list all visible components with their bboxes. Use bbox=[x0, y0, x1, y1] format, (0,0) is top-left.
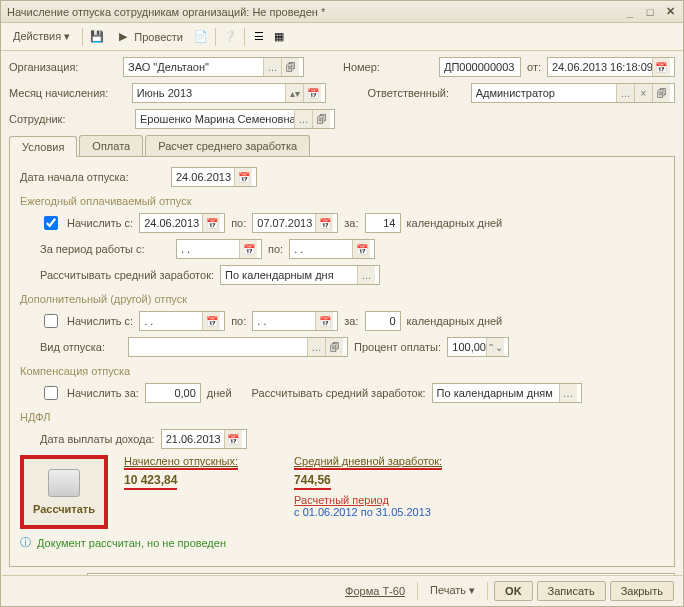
pay-pct-field[interactable]: 100,00⌃⌄ bbox=[447, 337, 509, 357]
close-button[interactable]: ✕ bbox=[663, 5, 677, 19]
close-button-footer[interactable]: Закрыть bbox=[610, 581, 674, 601]
spinner-icon[interactable]: ⌃⌄ bbox=[486, 338, 504, 356]
num-label: Номер: bbox=[343, 61, 433, 73]
leave-type-field[interactable]: …🗐 bbox=[128, 337, 348, 357]
tab-avg-calc[interactable]: Расчет среднего заработка bbox=[145, 135, 310, 156]
ellipsis-icon[interactable]: … bbox=[357, 266, 375, 284]
work-to-field[interactable]: . .📅 bbox=[289, 239, 375, 259]
save-button[interactable]: Записать bbox=[537, 581, 606, 601]
org-field[interactable]: ЗАО "Дельтаон" … 🗐 bbox=[123, 57, 304, 77]
calendar-icon[interactable]: 📅 bbox=[315, 214, 333, 232]
actions-menu[interactable]: Действия ▾ bbox=[7, 28, 76, 45]
pay-date-field[interactable]: 21.06.2013📅 bbox=[161, 429, 247, 449]
tabs: Условия Оплата Расчет среднего заработка bbox=[9, 135, 675, 157]
days-field[interactable]: 14 bbox=[365, 213, 401, 233]
extra-accrue-checkbox[interactable] bbox=[44, 314, 58, 328]
clear-icon[interactable]: × bbox=[634, 84, 652, 102]
accrue-from-label: Начислить с: bbox=[67, 217, 133, 229]
ok-button[interactable]: OK bbox=[494, 581, 533, 601]
run-label: Провести bbox=[134, 31, 183, 43]
accrue-checkbox[interactable] bbox=[44, 216, 58, 230]
tab-payment[interactable]: Оплата bbox=[79, 135, 143, 156]
resp-field[interactable]: Администратор … × 🗐 bbox=[471, 83, 675, 103]
list-icon[interactable]: ☰ bbox=[251, 29, 267, 45]
extra-section-title: Дополнительный (другой) отпуск bbox=[20, 293, 664, 305]
start-date-label: Дата начала отпуска: bbox=[20, 171, 165, 183]
titlebar: Начисление отпуска сотрудникам организац… bbox=[1, 1, 683, 23]
leave-type-label: Вид отпуска: bbox=[40, 341, 122, 353]
period-label[interactable]: Расчетный период bbox=[294, 494, 389, 506]
for-label: за: bbox=[344, 217, 358, 229]
minimize-button[interactable]: _ bbox=[623, 5, 637, 19]
open-icon[interactable]: 🗐 bbox=[325, 338, 343, 356]
avg-day-value: 744,56 bbox=[294, 473, 331, 487]
start-date-field[interactable]: 24.06.2013 📅 bbox=[171, 167, 257, 187]
comp-avg-label: Рассчитывать средний заработок: bbox=[252, 387, 426, 399]
extra-to-field[interactable]: . .📅 bbox=[252, 311, 338, 331]
grid-icon[interactable]: ▦ bbox=[271, 29, 287, 45]
help-icon[interactable]: ❔ bbox=[222, 29, 238, 45]
status-text: Документ рассчитан, но не проведен bbox=[37, 537, 226, 549]
comp-mode-field[interactable]: По календарным дням… bbox=[432, 383, 582, 403]
accrued-value: 10 423,84 bbox=[124, 473, 177, 487]
org-label: Организация: bbox=[9, 61, 117, 73]
footer: Форма Т-60 Печать ▾ OK Записать Закрыть bbox=[2, 575, 682, 605]
run-button[interactable]: ▶ Провести bbox=[109, 27, 189, 47]
emp-field[interactable]: Ерошенко Марина Семеновна … 🗐 bbox=[135, 109, 335, 129]
accrue-to-field[interactable]: 07.07.2013📅 bbox=[252, 213, 338, 233]
calendar-icon[interactable]: 📅 bbox=[315, 312, 333, 330]
period-value[interactable]: с 01.06.2012 по 31.05.2013 bbox=[294, 506, 431, 518]
work-from-field[interactable]: . .📅 bbox=[176, 239, 262, 259]
form-t60-link[interactable]: Форма Т-60 bbox=[339, 585, 411, 597]
chevron-up-down-icon[interactable]: ▴▾ bbox=[285, 84, 303, 102]
from-label: от: bbox=[527, 61, 541, 73]
ellipsis-icon[interactable]: … bbox=[559, 384, 577, 402]
calendar-icon[interactable]: 📅 bbox=[239, 240, 257, 258]
avg-mode-field[interactable]: По календарным дня… bbox=[220, 265, 380, 285]
calendar-icon[interactable]: 📅 bbox=[652, 58, 670, 76]
comp-checkbox[interactable] bbox=[44, 386, 58, 400]
calendar-icon[interactable]: 📅 bbox=[352, 240, 370, 258]
maximize-button[interactable]: □ bbox=[643, 5, 657, 19]
run-icon: ▶ bbox=[115, 29, 131, 45]
open-icon[interactable]: 🗐 bbox=[652, 84, 670, 102]
month-field[interactable]: Июнь 2013 ▴▾ 📅 bbox=[132, 83, 327, 103]
extra-days-field[interactable]: 0 bbox=[365, 311, 401, 331]
avg-calc-label: Рассчитывать средний заработок: bbox=[40, 269, 214, 281]
calendar-icon[interactable]: 📅 bbox=[224, 430, 242, 448]
calendar-icon[interactable]: 📅 bbox=[303, 84, 321, 102]
to2-label: по: bbox=[268, 243, 283, 255]
accrued-label: Начислено отпускных: bbox=[124, 455, 238, 467]
pay-date-label: Дата выплаты дохода: bbox=[40, 433, 155, 445]
ellipsis-icon[interactable]: … bbox=[307, 338, 325, 356]
num-field[interactable]: ДП000000003 bbox=[439, 57, 521, 77]
save-icon[interactable]: 💾 bbox=[89, 29, 105, 45]
toolbar: Действия ▾ 💾 ▶ Провести 📄 ❔ ☰ ▦ bbox=[1, 23, 683, 51]
calendar-icon[interactable]: 📅 bbox=[202, 214, 220, 232]
month-label: Месяц начисления: bbox=[9, 87, 126, 99]
tab-body: Дата начала отпуска: 24.06.2013 📅 Ежегод… bbox=[9, 157, 675, 567]
avg-day-label: Средний дневной заработок: bbox=[294, 455, 442, 467]
ellipsis-icon[interactable]: … bbox=[294, 110, 312, 128]
from-field[interactable]: 24.06.2013 16:18:09 📅 bbox=[547, 57, 675, 77]
calculate-button[interactable]: Рассчитать bbox=[20, 455, 108, 529]
calculator-icon bbox=[48, 469, 80, 497]
open-icon[interactable]: 🗐 bbox=[312, 110, 330, 128]
accrue-from-field[interactable]: 24.06.2013📅 bbox=[139, 213, 225, 233]
open-icon[interactable]: 🗐 bbox=[281, 58, 299, 76]
calendar-icon[interactable]: 📅 bbox=[234, 168, 252, 186]
comp-section-title: Компенсация отпуска bbox=[20, 365, 664, 377]
doc-icon[interactable]: 📄 bbox=[193, 29, 209, 45]
window-title: Начисление отпуска сотрудникам организац… bbox=[7, 6, 325, 18]
cal-days-label: календарных дней bbox=[407, 217, 503, 229]
tab-conditions[interactable]: Условия bbox=[9, 136, 77, 157]
calendar-icon[interactable]: 📅 bbox=[202, 312, 220, 330]
ellipsis-icon[interactable]: … bbox=[263, 58, 281, 76]
extra-from-field[interactable]: . .📅 bbox=[139, 311, 225, 331]
annual-section-title: Ежегодный оплачиваемый отпуск bbox=[20, 195, 664, 207]
comp-days-field[interactable]: 0,00 bbox=[145, 383, 201, 403]
print-menu[interactable]: Печать ▾ bbox=[424, 584, 481, 597]
resp-label: Ответственный: bbox=[367, 87, 464, 99]
extra-accrue-label: Начислить с: bbox=[67, 315, 133, 327]
ellipsis-icon[interactable]: … bbox=[616, 84, 634, 102]
